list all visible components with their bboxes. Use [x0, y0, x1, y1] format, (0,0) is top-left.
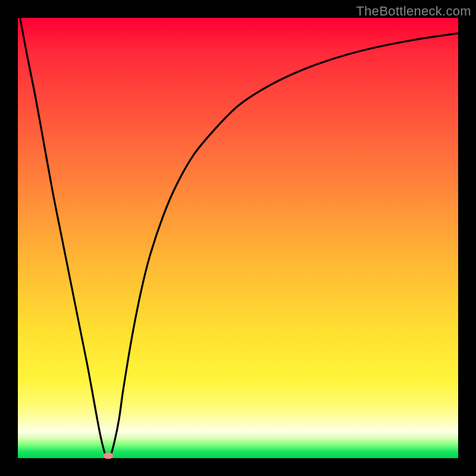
plot-area — [18, 18, 458, 458]
chart-frame: TheBottleneck.com — [0, 0, 476, 476]
optimal-point-marker — [104, 453, 113, 459]
bottleneck-curve — [18, 18, 458, 458]
watermark-text: TheBottleneck.com — [356, 4, 471, 19]
